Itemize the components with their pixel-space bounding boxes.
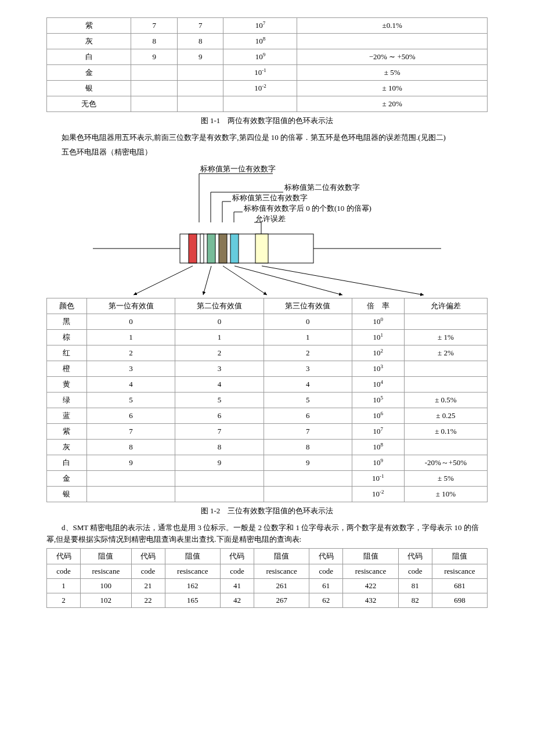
cell-d2: 8: [175, 439, 264, 455]
cell-tol: [404, 439, 487, 455]
cell-d1: 8: [86, 439, 175, 455]
cell-color: 无色: [47, 96, 131, 112]
t2-header-d1: 第一位有效值: [86, 298, 175, 314]
svg-rect-15: [219, 234, 227, 263]
cell-d1: 2: [86, 345, 175, 361]
cell-d2: 7: [177, 18, 223, 34]
cell-val: 698: [432, 593, 487, 608]
cell-color: 黄: [47, 376, 87, 392]
t2-header-color: 颜色: [47, 298, 87, 314]
cell-d2: [177, 65, 223, 81]
t3-h-code-3: 代码: [220, 549, 254, 564]
cell-d1: 7: [86, 423, 175, 439]
cell-d1: [86, 470, 175, 486]
t2-header-d3: 第三位有效值: [264, 298, 352, 314]
resistor-svg: 标称值第一位有效数字 标称值第二位有效数字 标称值第三位有效数字 标称值有效数字…: [64, 164, 470, 298]
t3-h-val-1: 阻值: [81, 549, 131, 564]
cell-code: 21: [131, 579, 165, 593]
cell-color: 金: [47, 65, 131, 81]
cell-color: 白: [47, 49, 131, 65]
svg-line-22: [262, 266, 424, 295]
cell-color: 银: [47, 81, 131, 96]
t3-h-val-en-1: resiscane: [81, 564, 131, 579]
cell-tol: ± 20%: [297, 96, 488, 112]
cell-val: 162: [165, 579, 220, 593]
svg-line-20: [223, 266, 267, 295]
diagram-label-4: 标称值有效数字后 0 的个数(10 的倍幂): [243, 204, 371, 213]
t3-h-val-en-5: resiscance: [432, 564, 487, 579]
diagram-label-1: 标称值第一位有效数字: [200, 164, 276, 173]
t3-h-code-1: 代码: [47, 549, 81, 564]
cell-color: 紫: [47, 423, 87, 439]
cell-d1: 0: [86, 314, 175, 329]
color-code-table-1: 紫77107±0.1%灰88108白99109−20% ∼ +50%金10-1±…: [46, 17, 488, 112]
cell-d2: 9: [177, 49, 223, 65]
cell-d2: 4: [175, 376, 264, 392]
cell-tol: [404, 361, 487, 376]
t3-h-code-5: 代码: [398, 549, 432, 564]
cell-d2: 1: [175, 329, 264, 345]
cell-mult: 10-2: [223, 81, 297, 96]
diagram-label-5: 允许误差: [255, 214, 286, 223]
cell-d2: [175, 470, 264, 486]
table-row: 无色± 20%: [47, 96, 488, 112]
t3-h-val-5: 阻值: [432, 549, 487, 564]
cell-mult: 10-1: [352, 470, 404, 486]
cell-d2: [177, 96, 223, 112]
cell-mult: 109: [352, 455, 404, 470]
cell-d3: [264, 470, 352, 486]
paragraph-3: d、SMT 精密电阻的表示法，通常也是用 3 位标示。一般是 2 位数字和 1 …: [46, 522, 488, 546]
table-row: 黑000100: [47, 314, 488, 329]
cell-d2: 9: [175, 455, 264, 470]
cell-color: 绿: [47, 392, 87, 408]
svg-line-19: [203, 266, 211, 295]
paragraph-2: 五色环电阻器（精密电阻）: [62, 146, 488, 159]
cell-d1: 9: [86, 455, 175, 470]
cell-tol: ± 2%: [404, 345, 487, 361]
t3-h-val-en-2: resiscance: [165, 564, 220, 579]
cell-d3: 3: [264, 361, 352, 376]
table-row: 金10-1± 5%: [47, 470, 488, 486]
cell-tol: ± 1%: [404, 329, 487, 345]
cell-mult: 103: [352, 361, 404, 376]
cell-color: 灰: [47, 439, 87, 455]
cell-d2: 0: [175, 314, 264, 329]
cell-mult: 106: [352, 408, 404, 423]
cell-d2: 7: [175, 423, 264, 439]
cell-mult: 107: [352, 423, 404, 439]
t3-h-code-en-1: code: [47, 564, 81, 579]
t3-h-val-en-4: resiscance: [343, 564, 398, 579]
cell-code: 82: [398, 593, 432, 608]
table-row: 蓝666106± 0.25: [47, 408, 488, 423]
svg-rect-16: [230, 234, 239, 263]
svg-rect-13: [200, 234, 204, 263]
cell-val: 422: [343, 579, 398, 593]
cell-code: 62: [309, 593, 343, 608]
cell-d3: 0: [264, 314, 352, 329]
cell-mult: 102: [352, 345, 404, 361]
cell-d1: 5: [86, 392, 175, 408]
cell-d2: 2: [175, 345, 264, 361]
cell-mult: 101: [352, 329, 404, 345]
cell-color: 白: [47, 455, 87, 470]
cell-d3: 5: [264, 392, 352, 408]
cell-val: 102: [81, 593, 131, 608]
cell-color: 银: [47, 486, 87, 502]
cell-val: 681: [432, 579, 487, 593]
table-row: 银10-2± 10%: [47, 81, 488, 96]
paragraph-1: 如果色环电阻器用五环表示,前面三位数字是有效数字,第四位是 10 的倍幂．第五环…: [46, 132, 488, 144]
svg-rect-17: [255, 234, 268, 263]
svg-rect-12: [189, 234, 197, 263]
cell-val: 261: [254, 579, 309, 593]
cell-mult: 108: [352, 439, 404, 455]
table-row: 白99109−20% ∼ +50%: [47, 49, 488, 65]
t2-header-mult: 倍 率: [352, 298, 404, 314]
cell-val: 432: [343, 593, 398, 608]
table-row: 白999109-20%～+50%: [47, 455, 488, 470]
cell-color: 蓝: [47, 408, 87, 423]
cell-tol: ± 0.25: [404, 408, 487, 423]
cell-d2: [177, 81, 223, 96]
cell-val: 100: [81, 579, 131, 593]
cell-d3: 1: [264, 329, 352, 345]
cell-tol: ± 0.5%: [404, 392, 487, 408]
